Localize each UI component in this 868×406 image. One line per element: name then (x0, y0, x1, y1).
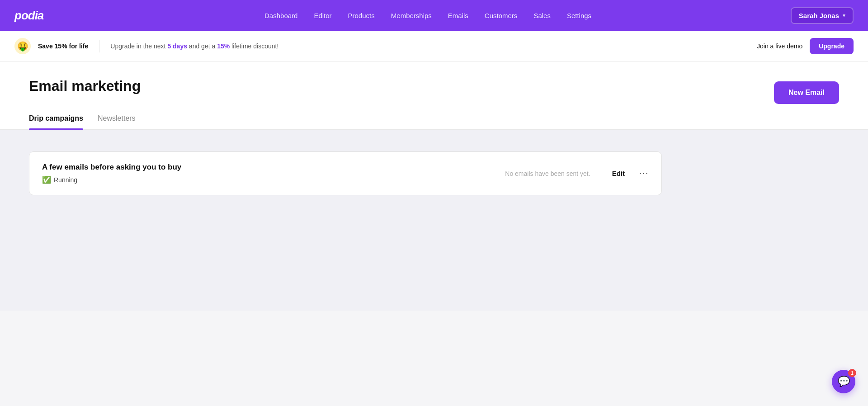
running-status-icon: ✅ (42, 175, 51, 184)
campaign-status: ✅ Running (42, 175, 498, 184)
banner-description: Upgrade in the next 5 days and get a 15%… (110, 42, 750, 50)
user-menu-button[interactable]: Sarah Jonas ▾ (791, 7, 854, 24)
nav-memberships[interactable]: Memberships (391, 12, 432, 19)
page-header: Email marketing New Email (0, 61, 868, 109)
upgrade-banner: 🤑 Save 15% for life Upgrade in the next … (0, 31, 868, 61)
banner-actions: Join a live demo Upgrade (757, 38, 854, 54)
chevron-down-icon: ▾ (843, 13, 845, 19)
logo[interactable]: podia (14, 9, 43, 23)
campaign-more-button[interactable]: ··· (639, 169, 649, 178)
nav-dashboard[interactable]: Dashboard (264, 12, 297, 19)
campaign-no-emails-text: No emails have been sent yet. (505, 170, 590, 177)
nav-settings[interactable]: Settings (567, 12, 591, 19)
banner-divider (99, 40, 99, 52)
chat-icon: 💬 (838, 376, 850, 387)
campaign-info: A few emails before asking you to buy ✅ … (42, 163, 498, 184)
tabs-bar: Drip campaigns Newsletters (0, 109, 868, 130)
campaign-title: A few emails before asking you to buy (42, 163, 498, 172)
user-name: Sarah Jonas (799, 12, 839, 19)
chat-badge: 1 (848, 369, 856, 377)
campaigns-area: A few emails before asking you to buy ✅ … (0, 130, 868, 311)
page-title: Email marketing (29, 78, 141, 94)
chat-widget[interactable]: 💬 1 (832, 370, 855, 393)
nav-links: Dashboard Editor Products Memberships Em… (65, 12, 790, 19)
main-content: Email marketing New Email Drip campaigns… (0, 61, 868, 311)
nav-emails[interactable]: Emails (448, 12, 468, 19)
banner-mid-text: and get a (187, 42, 217, 50)
join-demo-link[interactable]: Join a live demo (757, 42, 802, 50)
upgrade-button[interactable]: Upgrade (810, 38, 854, 54)
new-email-button[interactable]: New Email (774, 81, 839, 104)
tab-drip-campaigns[interactable]: Drip campaigns (29, 109, 83, 129)
nav-products[interactable]: Products (348, 12, 375, 19)
banner-days: 5 days (167, 42, 187, 50)
money-emoji-icon: 🤑 (14, 38, 31, 54)
banner-post-text: lifetime discount! (230, 42, 278, 50)
banner-pct: 15% (217, 42, 230, 50)
tab-newsletters[interactable]: Newsletters (98, 109, 136, 129)
nav-sales[interactable]: Sales (533, 12, 551, 19)
top-navigation: podia Dashboard Editor Products Membersh… (0, 0, 868, 31)
banner-pre-text: Upgrade in the next (110, 42, 167, 50)
nav-customers[interactable]: Customers (485, 12, 518, 19)
banner-bold-text: Save 15% for life (38, 42, 88, 50)
campaign-card: A few emails before asking you to buy ✅ … (29, 151, 662, 195)
nav-editor[interactable]: Editor (314, 12, 331, 19)
campaign-edit-button[interactable]: Edit (612, 170, 625, 177)
campaign-status-label: Running (54, 176, 77, 184)
